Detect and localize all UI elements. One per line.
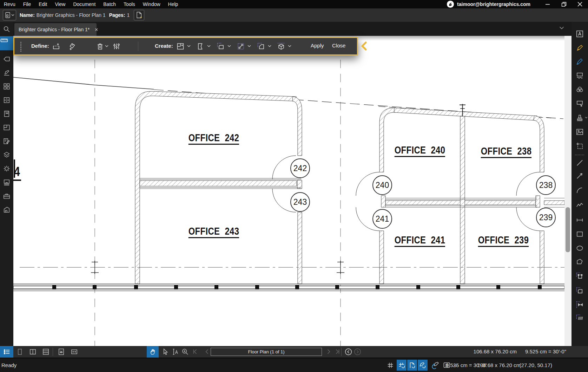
arrow-tool-icon[interactable]	[576, 172, 584, 180]
polyline-tool-icon[interactable]	[576, 201, 584, 209]
snap-to-content-toggle[interactable]	[407, 360, 417, 371]
pen-tool-icon[interactable]	[576, 44, 584, 52]
settings-gear-icon[interactable]	[3, 165, 11, 172]
create-dynamic-fill-button[interactable]	[236, 41, 246, 51]
search-icon[interactable]	[3, 25, 11, 33]
snap-to-markup-toggle[interactable]	[418, 360, 428, 371]
vertical-scrollbar[interactable]	[564, 36, 572, 346]
area-measure-icon[interactable]	[576, 287, 584, 295]
markup-list-toggle[interactable]	[0, 346, 13, 358]
dimension-tool-icon[interactable]	[576, 216, 584, 224]
toolbar-drag-handle[interactable]	[20, 42, 21, 43]
define-space-button[interactable]	[51, 41, 61, 51]
stamp-tool-icon[interactable]	[576, 114, 584, 122]
create-volume-button[interactable]	[276, 41, 286, 51]
ellipse-tool-icon[interactable]	[576, 244, 584, 252]
rectangle-tool-icon[interactable]	[576, 230, 584, 238]
minimize-button[interactable]	[540, 0, 556, 8]
create-volume-chevron-icon[interactable]	[288, 45, 291, 47]
create-space-button[interactable]	[175, 41, 186, 51]
length-measure-icon[interactable]	[576, 301, 584, 309]
perimeter-measure-icon[interactable]	[576, 272, 584, 280]
select-text-tool-icon[interactable]	[171, 348, 179, 356]
fit-width-icon[interactable]	[70, 348, 78, 356]
apply-button[interactable]: Apply	[311, 43, 324, 48]
count-measure-icon[interactable]	[576, 314, 584, 322]
create-area-cutout-chevron-icon[interactable]	[268, 45, 271, 47]
layers-icon[interactable]	[3, 151, 11, 159]
previous-page-icon[interactable]	[204, 349, 210, 354]
snapshot-tool-icon[interactable]	[576, 142, 584, 150]
pan-tool-active[interactable]	[147, 346, 159, 358]
squiggly-tool-icon[interactable]	[576, 72, 584, 80]
menu-revu[interactable]: Revu	[0, 1, 19, 7]
studio-icon[interactable]	[3, 206, 11, 214]
create-area-button[interactable]	[216, 41, 226, 51]
first-page-icon[interactable]	[192, 349, 198, 354]
cloud-tool-icon[interactable]	[576, 86, 584, 94]
image-tool-icon[interactable]	[576, 128, 584, 136]
file-access-icon[interactable]	[3, 96, 11, 104]
scrollbar-thumb[interactable]	[566, 207, 570, 252]
page-indicator[interactable]: Floor Plan (1 of 1)	[211, 348, 322, 356]
thumbnails-icon[interactable]	[3, 83, 11, 90]
measurements-panel-active[interactable]	[0, 36, 13, 50]
pdf-canvas[interactable]	[13, 36, 564, 346]
revu-window: Revu File Edit View Document Batch Tools…	[0, 0, 588, 372]
callout-tool-icon[interactable]	[576, 100, 584, 108]
filter-settings-button[interactable]	[111, 41, 122, 51]
select-tool-icon[interactable]	[161, 348, 169, 356]
menu-help[interactable]: Help	[164, 1, 182, 7]
markups-list-icon[interactable]	[3, 137, 11, 145]
text-box-tool-icon[interactable]	[576, 30, 584, 38]
format-painter-button[interactable]	[67, 41, 78, 51]
menu-file[interactable]: File	[19, 1, 35, 7]
side-by-side-view-icon[interactable]	[29, 348, 37, 356]
delete-chevron-icon[interactable]	[105, 45, 108, 47]
bookmarks-icon[interactable]	[3, 110, 11, 118]
menu-document[interactable]: Document	[69, 1, 99, 7]
tab-floor-plan[interactable]: Brighter Graphics - Floor Plan 1* ✕	[14, 23, 97, 36]
create-polygon-chevron-icon[interactable]	[207, 45, 211, 47]
menu-view[interactable]: View	[51, 1, 69, 7]
polygon-tool-icon[interactable]	[576, 258, 584, 266]
create-dynamic-fill-chevron-icon[interactable]	[247, 45, 251, 47]
fit-page-icon[interactable]	[57, 348, 65, 356]
tab-close-icon[interactable]: ✕	[94, 27, 98, 32]
snap-to-grid-toggle[interactable]	[397, 360, 407, 371]
tab-list-chevron-icon[interactable]	[559, 26, 564, 30]
toolbox-icon[interactable]	[3, 192, 11, 200]
single-page-view-icon[interactable]	[16, 348, 24, 356]
create-polygon-button[interactable]	[195, 41, 206, 51]
insert-page-button[interactable]	[134, 10, 144, 20]
stamp-chevron-icon[interactable]	[585, 117, 588, 119]
grid-toggle[interactable]	[385, 360, 395, 371]
toolbar-collapse-arrow-icon[interactable]	[361, 41, 367, 51]
highlighter-tool-icon[interactable]	[576, 57, 584, 65]
properties-tag-icon[interactable]	[3, 55, 11, 63]
zoom-tool-icon[interactable]	[181, 348, 189, 356]
menu-window[interactable]: Window	[139, 1, 164, 7]
delete-button[interactable]	[95, 41, 105, 51]
document-menu-button[interactable]	[3, 10, 16, 20]
menu-tools[interactable]: Tools	[120, 1, 139, 7]
close-button[interactable]	[572, 0, 588, 8]
close-toolbar-button[interactable]: Close	[332, 43, 345, 48]
next-view-icon[interactable]	[354, 348, 361, 355]
create-area-chevron-icon[interactable]	[227, 45, 231, 47]
signature-pen-icon[interactable]	[3, 69, 11, 77]
menu-edit[interactable]: Edit	[35, 1, 51, 7]
scanner-icon[interactable]	[3, 178, 11, 186]
create-area-cutout-button[interactable]	[256, 41, 266, 51]
arc-tool-icon[interactable]	[576, 187, 584, 195]
line-tool-icon[interactable]	[576, 159, 584, 167]
restore-button[interactable]	[556, 0, 572, 8]
last-page-icon[interactable]	[335, 349, 340, 354]
create-space-chevron-icon[interactable]	[187, 45, 191, 47]
stacked-view-icon[interactable]	[42, 348, 50, 356]
spaces-icon[interactable]	[3, 124, 11, 131]
previous-view-icon[interactable]	[345, 348, 352, 355]
next-page-icon[interactable]	[326, 349, 331, 354]
menu-batch[interactable]: Batch	[99, 1, 120, 7]
track-markup-toggle[interactable]	[430, 360, 440, 371]
